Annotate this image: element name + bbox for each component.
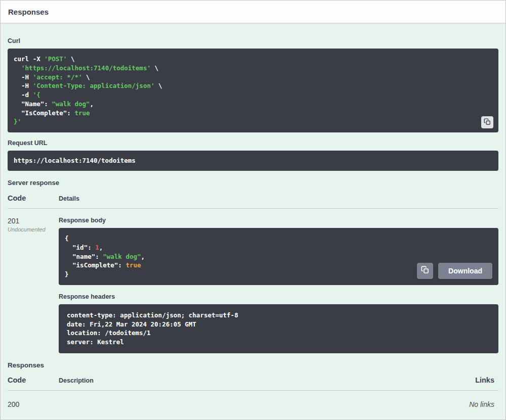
responses-section-header: Responses xyxy=(1,1,505,23)
details-column-header: Details xyxy=(59,195,498,202)
section-title: Responses xyxy=(8,8,498,16)
responses-table-header: Code Description Links xyxy=(8,375,498,391)
copy-response-button[interactable] xyxy=(417,263,433,279)
links-header: Links xyxy=(475,376,494,384)
curl-label: Curl xyxy=(8,37,498,44)
status-cell: 201 Undocumented xyxy=(8,217,59,353)
clipboard-icon xyxy=(421,266,429,275)
opblock-body: Curl curl -X 'POST' \ 'https://localhost… xyxy=(1,23,505,418)
code-column-header: Code xyxy=(8,194,59,202)
curl-code: curl -X 'POST' \ 'https://localhost:7140… xyxy=(14,55,492,126)
no-links-text: No links xyxy=(469,400,494,408)
request-url-block: https://localhost:7140/todoitems xyxy=(8,151,498,171)
response-body-label: Response body xyxy=(59,217,498,224)
server-response-label: Server response xyxy=(8,179,498,186)
copy-curl-button[interactable] xyxy=(481,116,493,128)
swagger-responses-panel: Responses Curl curl -X 'POST' \ 'https:/… xyxy=(0,0,506,420)
response-row-200: 200 No links xyxy=(8,391,498,418)
response-headers-block: content-type: application/json; charset=… xyxy=(59,304,498,353)
details-cell: Response body { "id": 1, "name": "walk d… xyxy=(59,217,498,353)
status-code-200: 200 xyxy=(8,400,59,408)
request-url-value: https://localhost:7140/todoitems xyxy=(14,156,492,165)
clipboard-icon xyxy=(484,118,491,127)
server-response-table-header: Code Details xyxy=(8,193,498,209)
response-body-block: { "id": 1, "name": "walk dog", "isComple… xyxy=(59,228,498,285)
response-body-actions: Download xyxy=(417,263,492,279)
code-header: Code xyxy=(8,376,59,384)
description-header: Description xyxy=(59,377,475,384)
request-url-label: Request URL xyxy=(8,139,498,147)
server-response-row: 201 Undocumented Response body { "id": 1… xyxy=(8,209,498,353)
response-headers-label: Response headers xyxy=(59,293,498,300)
download-button[interactable]: Download xyxy=(438,263,492,279)
responses-label: Responses xyxy=(8,361,498,369)
response-headers-code: content-type: application/json; charset=… xyxy=(67,311,490,347)
status-code-201: 201 xyxy=(8,217,59,225)
undocumented-note: Undocumented xyxy=(8,226,59,232)
curl-command-block: curl -X 'POST' \ 'https://localhost:7140… xyxy=(8,49,498,132)
